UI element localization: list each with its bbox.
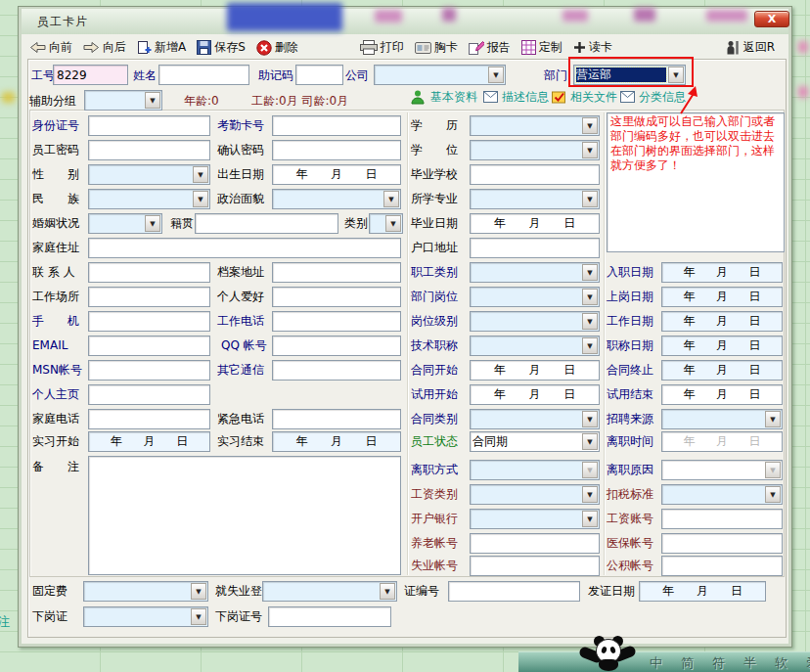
emp-pwd-input[interactable] bbox=[88, 140, 210, 160]
emp-cat-dropdown[interactable]: ▼ bbox=[470, 262, 600, 283]
category-dropdown[interactable]: ▼ bbox=[369, 213, 403, 234]
delete-button[interactable]: 删除 bbox=[256, 39, 298, 56]
name-input[interactable] bbox=[158, 65, 249, 85]
fixed-fee-dropdown[interactable]: ▼ bbox=[83, 581, 208, 602]
unemploy-reg-dropdown[interactable]: ▼ bbox=[262, 581, 397, 602]
tab-basic-info[interactable]: 基本资料 bbox=[411, 88, 477, 106]
nav-back-button[interactable]: 向前 bbox=[29, 39, 72, 56]
contract-type-dropdown[interactable]: ▼ bbox=[470, 409, 600, 429]
trial-end-date[interactable]: 年月日 bbox=[661, 384, 783, 405]
attend-card-input[interactable] bbox=[272, 115, 401, 136]
birth-date-field[interactable]: 年月日 bbox=[272, 164, 401, 185]
new-record-button[interactable]: 新增A bbox=[137, 39, 186, 56]
laidoff-cert-dropdown[interactable]: ▼ bbox=[83, 606, 208, 627]
edu-dropdown[interactable]: ▼ bbox=[470, 115, 600, 136]
title-date-field[interactable]: 年月日 bbox=[661, 336, 783, 356]
mobile-input[interactable] bbox=[88, 311, 210, 332]
hukou-input[interactable] bbox=[470, 238, 600, 258]
hobby-input[interactable] bbox=[272, 287, 401, 307]
tech-title-dropdown[interactable]: ▼ bbox=[470, 336, 600, 356]
mnemonic-input[interactable] bbox=[295, 65, 343, 85]
ime-punct-button[interactable]: 符 bbox=[712, 656, 725, 669]
return-button[interactable]: 返回R bbox=[726, 39, 775, 56]
remark-textarea[interactable] bbox=[88, 456, 401, 575]
join-date-field[interactable]: 年月日 bbox=[661, 262, 783, 283]
fund-acct-input[interactable] bbox=[661, 556, 783, 576]
ime-extra-button[interactable]: 爱 bbox=[806, 656, 810, 669]
window-titlebar[interactable] bbox=[22, 9, 788, 34]
dropdown-arrow-icon: ▼ bbox=[582, 142, 598, 158]
print-button[interactable]: 打印 bbox=[360, 39, 404, 56]
workplace-input[interactable] bbox=[88, 287, 210, 307]
gender-dropdown[interactable]: ▼ bbox=[88, 164, 210, 185]
work-phone-input[interactable] bbox=[272, 311, 401, 332]
archive-addr-input[interactable] bbox=[272, 262, 401, 283]
other-comm-input[interactable] bbox=[272, 360, 401, 381]
emergency-phone-input[interactable] bbox=[272, 409, 401, 429]
dropdown-arrow-icon: ▼ bbox=[582, 117, 598, 134]
intern-end-date[interactable]: 年月日 bbox=[272, 431, 401, 452]
contract-end-date[interactable]: 年月日 bbox=[661, 360, 783, 381]
politics-dropdown[interactable]: ▼ bbox=[272, 189, 401, 209]
qq-input[interactable] bbox=[272, 336, 401, 356]
emp-no-input[interactable] bbox=[53, 65, 128, 85]
tab-related-files[interactable]: 相关文件 bbox=[552, 88, 617, 106]
degree-dropdown[interactable]: ▼ bbox=[470, 140, 600, 160]
home-phone-input[interactable] bbox=[88, 409, 210, 429]
native-place-input[interactable] bbox=[195, 213, 338, 234]
customize-button[interactable]: 定制 bbox=[521, 39, 562, 56]
school-input[interactable] bbox=[470, 164, 600, 185]
ime-softkeyboard-button[interactable]: 软 bbox=[775, 656, 788, 669]
tax-std-dropdown[interactable]: ▼ bbox=[661, 484, 783, 505]
homepage-label: 个人主页 bbox=[32, 387, 79, 401]
salary-acct-input[interactable] bbox=[661, 509, 783, 529]
close-button[interactable]: X bbox=[754, 11, 789, 27]
trial-end-label: 试用结束 bbox=[607, 387, 653, 401]
intern-start-date[interactable]: 年月日 bbox=[88, 431, 210, 452]
onduty-date-field[interactable]: 年月日 bbox=[661, 287, 783, 307]
post-level-dropdown[interactable]: ▼ bbox=[470, 311, 600, 332]
grad-date-field[interactable]: 年月日 bbox=[470, 213, 600, 234]
laidoff-no-label: 下岗证号 bbox=[215, 609, 262, 623]
email-input[interactable] bbox=[88, 336, 210, 356]
nav-forward-button[interactable]: 向后 bbox=[83, 39, 126, 56]
recruit-src-dropdown[interactable]: ▼ bbox=[661, 409, 783, 429]
salary-cat-label: 工资类别 bbox=[411, 487, 458, 501]
laidoff-no-input[interactable] bbox=[268, 606, 391, 627]
ime-simplified-button[interactable]: 简 bbox=[681, 656, 694, 669]
company-dropdown[interactable]: ▼ bbox=[374, 65, 506, 85]
leave-reason-label: 离职原因 bbox=[607, 463, 653, 476]
save-button[interactable]: 保存S bbox=[197, 39, 246, 56]
politics-label: 政治面貌 bbox=[217, 192, 264, 205]
pension-acct-input[interactable] bbox=[470, 533, 600, 554]
msn-input[interactable] bbox=[88, 360, 210, 381]
cert-date-field[interactable]: 年月日 bbox=[639, 581, 766, 602]
dept-post-dropdown[interactable]: ▼ bbox=[470, 287, 600, 307]
homepage-input[interactable] bbox=[88, 384, 210, 405]
id-card-input[interactable] bbox=[88, 115, 210, 136]
ethnic-dropdown[interactable]: ▼ bbox=[88, 189, 210, 209]
contract-start-date[interactable]: 年月日 bbox=[470, 360, 600, 381]
trial-start-date[interactable]: 年月日 bbox=[470, 384, 600, 405]
cert-no-input[interactable] bbox=[448, 581, 580, 602]
bank-dropdown[interactable]: ▼ bbox=[470, 509, 600, 529]
tab-description-info[interactable]: 描述信息 bbox=[483, 88, 549, 106]
salary-cat-dropdown[interactable]: ▼ bbox=[470, 484, 600, 505]
contact-input[interactable] bbox=[88, 262, 210, 283]
ime-halfwidth-button[interactable]: 半 bbox=[743, 656, 756, 669]
aux-group-dropdown[interactable]: ▼ bbox=[84, 90, 162, 111]
emp-status-dropdown[interactable]: 合同期▼ bbox=[470, 431, 600, 452]
read-card-button[interactable]: 读卡 bbox=[573, 39, 612, 56]
home-addr-input[interactable] bbox=[88, 238, 401, 258]
medical-acct-input[interactable] bbox=[661, 533, 783, 554]
confirm-pwd-input[interactable] bbox=[272, 140, 401, 160]
report-button[interactable]: 报告 bbox=[469, 39, 511, 56]
marital-dropdown[interactable]: ▼ bbox=[88, 213, 162, 234]
major-dropdown[interactable]: ▼ bbox=[470, 189, 600, 209]
ime-lang-button[interactable]: 中 bbox=[650, 656, 662, 669]
work-date-field[interactable]: 年月日 bbox=[661, 311, 783, 332]
panda-ime-icon[interactable] bbox=[579, 636, 640, 672]
company-label: 公司 bbox=[345, 68, 369, 82]
badge-button[interactable]: 胸卡 bbox=[415, 39, 458, 56]
unemploy-acct-input[interactable] bbox=[470, 556, 600, 576]
